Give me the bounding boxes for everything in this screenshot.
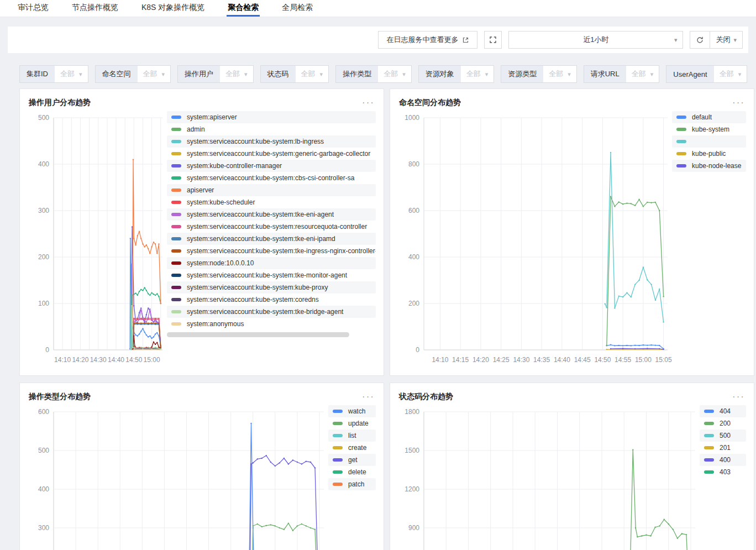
more-options-icon[interactable]: ··· [732, 100, 745, 106]
line-chart: 180015001200900 [399, 405, 700, 550]
legend-item[interactable]: system:apiserver [167, 111, 376, 123]
more-options-icon[interactable]: ··· [362, 100, 375, 106]
tab-1[interactable]: 审计总览 [17, 0, 50, 17]
legend-label: system:kube-scheduler [187, 198, 255, 206]
legend-item[interactable]: system:serviceaccount:kube-system:lb-ing… [167, 135, 376, 148]
legend-label: system:anonymous [187, 320, 244, 328]
legend-item[interactable]: system:serviceaccount:kube-system:generi… [167, 148, 376, 160]
legend-item[interactable]: watch [328, 405, 376, 417]
panel-title: 操作类型分布趋势 [29, 392, 91, 402]
filter-value-dropdown[interactable]: 全部▾ [138, 66, 171, 82]
close-button[interactable]: 关闭 ▾ [710, 32, 742, 48]
filter-label: 资源类型 [501, 66, 543, 82]
legend-item[interactable]: system:serviceaccount:kube-system:tke-br… [167, 306, 376, 318]
filter-label: 操作用户 [178, 66, 220, 82]
legend-item[interactable]: system:serviceaccount:kube-system:kube-p… [167, 281, 376, 294]
legend-item[interactable]: system:serviceaccount:kube-system:tke-in… [167, 245, 376, 257]
legend-swatch-icon [171, 176, 181, 180]
more-options-icon[interactable]: ··· [732, 394, 745, 400]
legend-item[interactable]: system:serviceaccount:kube-system:resour… [167, 221, 376, 233]
legend-item[interactable]: 404 [700, 405, 746, 417]
chevron-down-icon: ▾ [733, 36, 737, 44]
legend-label: list [348, 432, 356, 439]
filter-6[interactable]: 资源对象全部▾ [418, 65, 495, 83]
legend-item[interactable]: get [328, 454, 376, 466]
legend-item[interactable]: system:node:10.0.0.10 [167, 257, 376, 269]
filter-9[interactable]: UserAgent全部▾ [666, 65, 747, 83]
filter-2[interactable]: 命名空间全部▾ [95, 65, 171, 83]
more-options-icon[interactable]: ··· [362, 394, 375, 400]
svg-text:1800: 1800 [405, 408, 419, 416]
tab-3[interactable]: K8S 对象操作概览 [140, 0, 206, 17]
legend-item[interactable] [672, 135, 746, 148]
legend-item[interactable]: 500 [700, 429, 746, 442]
tab-4[interactable]: 聚合检索 [227, 0, 260, 17]
legend-item[interactable]: create [328, 442, 376, 454]
legend-item[interactable]: system:serviceaccount:kube-system:tke-mo… [167, 269, 376, 281]
filter-value-dropdown[interactable]: 全部▾ [461, 66, 494, 82]
legend-item[interactable]: system:kube-controller-manager [167, 160, 376, 172]
legend-item[interactable]: delete [328, 466, 376, 478]
legend-item[interactable]: system:serviceaccount:kube-system:coredn… [167, 294, 376, 306]
filter-label: 资源对象 [419, 66, 461, 82]
legend-label: kube-public [692, 150, 726, 158]
line-chart: 0200400600800100014:1014:1514:2014:2514:… [399, 111, 672, 373]
filter-value-dropdown[interactable]: 全部▾ [296, 66, 329, 82]
legend-item[interactable]: admin [167, 123, 376, 135]
legend-scrollbar[interactable] [167, 332, 349, 337]
refresh-button[interactable] [690, 32, 710, 48]
filter-value-dropdown[interactable]: 全部▾ [543, 66, 576, 82]
legend-item[interactable]: 200 [700, 417, 746, 429]
legend-swatch-icon [171, 249, 181, 253]
svg-text:100: 100 [38, 300, 49, 307]
panel-header: 操作用户分布趋势··· [29, 97, 375, 109]
tab-2[interactable]: 节点操作概览 [71, 0, 119, 17]
filter-4[interactable]: 状态码全部▾ [260, 65, 329, 83]
filter-value-dropdown[interactable]: 全部▾ [220, 66, 253, 82]
filter-value: 全部 [143, 69, 158, 79]
filter-value-dropdown[interactable]: 全部▾ [714, 66, 747, 82]
legend-item[interactable]: system:anonymous [167, 318, 376, 330]
legend-label: kube-system [692, 125, 729, 133]
legend-item[interactable]: default [672, 111, 746, 123]
legend-item[interactable]: kube-node-lease [672, 160, 746, 172]
fullscreen-button[interactable] [484, 31, 502, 49]
filter-value-dropdown[interactable]: 全部▾ [55, 66, 88, 82]
legend-item[interactable]: list [328, 429, 376, 442]
legend-swatch-icon [171, 310, 181, 313]
time-range-select[interactable]: 近1小时 ▾ [508, 31, 683, 49]
filter-value-dropdown[interactable]: 全部▾ [378, 66, 411, 82]
chevron-down-icon: ▾ [650, 71, 654, 78]
legend-item[interactable]: patch [328, 478, 376, 490]
legend-item[interactable]: 400 [700, 454, 746, 466]
legend-item[interactable]: system:serviceaccount:kube-system:tke-en… [167, 233, 376, 245]
filter-value: 全部 [225, 69, 240, 79]
legend-swatch-icon [171, 116, 181, 119]
filter-1[interactable]: 集群ID全部▾ [19, 65, 88, 83]
tab-bar: 审计总览节点操作概览K8S 对象操作概览聚合检索全局检索 [0, 0, 756, 17]
legend-swatch-icon [171, 274, 181, 277]
legend-label: system:serviceaccount:kube-system:tke-br… [187, 308, 343, 316]
svg-text:300: 300 [38, 207, 49, 214]
legend-item[interactable]: 201 [700, 442, 746, 454]
legend-item[interactable]: system:kube-scheduler [167, 196, 376, 208]
filter-label: 命名空间 [96, 66, 138, 82]
view-more-button[interactable]: 在日志服务中查看更多 [378, 31, 477, 49]
filter-value-dropdown[interactable]: 全部▾ [626, 66, 659, 82]
legend-item[interactable]: update [328, 417, 376, 429]
legend-item[interactable]: apiserver [167, 184, 376, 196]
filter-7[interactable]: 资源类型全部▾ [501, 65, 577, 83]
legend-item[interactable]: kube-public [672, 148, 746, 160]
filter-3[interactable]: 操作用户全部▾ [177, 65, 254, 83]
svg-text:14:35: 14:35 [533, 356, 550, 364]
legend-item[interactable]: system:serviceaccount:kube-system:tke-en… [167, 208, 376, 221]
legend-item[interactable]: kube-system [672, 123, 746, 135]
legend-item[interactable]: 403 [700, 466, 746, 478]
legend-item[interactable]: system:serviceaccount:kube-system:cbs-cs… [167, 172, 376, 184]
filter-5[interactable]: 操作类型全部▾ [335, 65, 412, 83]
panel-title: 状态码分布趋势 [399, 392, 453, 402]
filter-8[interactable]: 请求URL全部▾ [584, 65, 660, 83]
tab-5[interactable]: 全局检索 [281, 0, 314, 17]
filter-label: 操作类型 [336, 66, 378, 82]
chart-legend: system:apiserveradminsystem:serviceaccou… [167, 111, 376, 373]
